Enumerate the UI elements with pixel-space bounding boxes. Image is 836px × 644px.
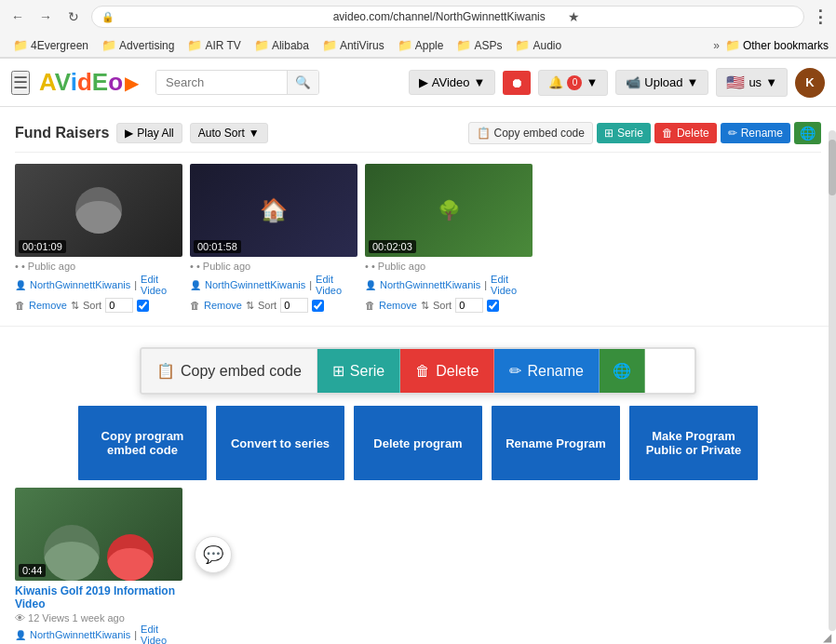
user-icon-3: 👤 bbox=[365, 280, 376, 290]
logo[interactable]: AVidEo ▶ bbox=[39, 68, 139, 97]
scrollbar[interactable] bbox=[829, 130, 836, 631]
upload-button[interactable]: 📹 Upload ▼ bbox=[615, 70, 708, 95]
chat-icon: 💬 bbox=[203, 544, 223, 565]
forward-button[interactable]: → bbox=[35, 7, 56, 27]
lower-video-thumb[interactable]: 0:44 bbox=[15, 488, 182, 581]
lower-video-title[interactable]: Kiwanis Golf 2019 Information Video bbox=[15, 584, 182, 610]
playlist-title: Fund Raisers bbox=[15, 125, 109, 141]
search-input[interactable] bbox=[156, 71, 287, 94]
avideo-dropdown-button[interactable]: ▶ AVideo ▼ bbox=[409, 70, 496, 95]
user-icon-2: 👤 bbox=[190, 280, 201, 290]
copy-embed-label: Copy embed code bbox=[494, 127, 585, 140]
bookmark-audio[interactable]: 📁 Audio bbox=[509, 36, 567, 54]
chat-button[interactable]: 💬 bbox=[195, 536, 232, 573]
check-1[interactable] bbox=[137, 300, 149, 312]
video-thumb-2[interactable]: 🏠 00:01:58 bbox=[190, 164, 357, 257]
star-icon[interactable]: ★ bbox=[568, 9, 794, 24]
lower-video-meta: 👤 NorthGwinnettKiwanis | Edit Video bbox=[15, 624, 182, 644]
resize-handle[interactable]: ◢ bbox=[823, 631, 836, 644]
delete-label: Delete bbox=[677, 127, 709, 140]
back-button[interactable]: ← bbox=[7, 7, 28, 27]
folder-icon: 📁 bbox=[398, 38, 412, 52]
rename-button[interactable]: ✏ Rename bbox=[721, 123, 790, 143]
serie-icon: ⊞ bbox=[604, 127, 614, 140]
video-thumb-3[interactable]: 🌳 00:02:03 bbox=[365, 164, 533, 257]
search-button[interactable]: 🔍 bbox=[287, 71, 318, 94]
lower-user-link[interactable]: NorthGwinnettKiwanis bbox=[30, 629, 130, 640]
folder-icon: 📁 bbox=[515, 38, 530, 52]
sort-label-3: Sort bbox=[433, 300, 452, 311]
bookmark-asps[interactable]: 📁 ASPs bbox=[451, 36, 507, 54]
bookmark-apple[interactable]: 📁 Apple bbox=[392, 36, 450, 54]
video-actions-3: 🗑 Remove ⇅ Sort bbox=[365, 298, 533, 313]
serie-button[interactable]: ⊞ Serie bbox=[597, 123, 651, 143]
sort-input-1[interactable] bbox=[105, 298, 133, 313]
bookmark-advertising[interactable]: 📁 Advertising bbox=[96, 36, 180, 54]
duration-badge-1: 00:01:09 bbox=[19, 240, 66, 253]
large-serie-button[interactable]: ⊞ Serie bbox=[317, 349, 400, 393]
user-link-2[interactable]: NorthGwinnettKiwanis bbox=[205, 279, 305, 290]
remove-link-2[interactable]: Remove bbox=[204, 300, 242, 311]
tooltip-rename-label: Rename Program bbox=[506, 436, 606, 450]
edit-link-1[interactable]: Edit Video bbox=[141, 274, 182, 296]
address-bar[interactable]: 🔒 avideo.com/channel/NorthGwinnettKiwani… bbox=[91, 6, 804, 28]
bookmark-4evergreen[interactable]: 📁 4Evergreen bbox=[7, 36, 94, 54]
pipe-3: | bbox=[484, 279, 487, 290]
edit-link-2[interactable]: Edit Video bbox=[316, 274, 357, 296]
large-delete-icon: 🗑 bbox=[415, 363, 430, 380]
language-button[interactable]: 🇺🇸 us ▼ bbox=[716, 68, 788, 97]
large-delete-button[interactable]: 🗑 Delete bbox=[400, 349, 494, 393]
scrollbar-thumb[interactable] bbox=[829, 140, 836, 195]
large-copy-embed-button[interactable]: 📋 Copy embed code bbox=[142, 349, 317, 393]
check-2[interactable] bbox=[312, 300, 324, 312]
playlist-header-section: Fund Raisers ▶ Play All Auto Sort ▼ 📋 Co… bbox=[0, 107, 836, 327]
bookmarks-bar: 📁 4Evergreen 📁 Advertising 📁 AIR TV 📁 Al… bbox=[0, 34, 836, 58]
bookmarks-more[interactable]: » bbox=[709, 37, 723, 54]
visibility-button[interactable]: 🌐 bbox=[794, 122, 821, 144]
hamburger-button[interactable]: ☰ bbox=[11, 71, 30, 95]
video-meta-2: 👤 NorthGwinnettKiwanis | Edit Video bbox=[190, 274, 357, 296]
bookmark-airtv[interactable]: 📁 AIR TV bbox=[182, 36, 246, 54]
notifications-button[interactable]: 🔔 0 ▼ bbox=[538, 70, 608, 96]
sort-input-3[interactable] bbox=[455, 298, 483, 313]
large-globe-button[interactable]: 🌐 bbox=[600, 349, 645, 393]
play-all-button[interactable]: ▶ Play All bbox=[116, 123, 182, 143]
video-grid-top: 00:01:09 • • Public ago 👤 NorthGwinnettK… bbox=[15, 160, 821, 322]
browser-menu-icon[interactable]: ⋮ bbox=[812, 7, 829, 27]
duration-badge-2: 00:01:58 bbox=[194, 240, 241, 253]
remove-link-3[interactable]: Remove bbox=[379, 300, 417, 311]
lower-section: 0:44 Kiwanis Golf 2019 Information Video… bbox=[0, 480, 836, 644]
reload-button[interactable]: ↻ bbox=[63, 7, 84, 27]
notif-arrow-icon: ▼ bbox=[586, 75, 598, 89]
time-ago: 1 week ago bbox=[73, 612, 125, 624]
remove-link-1[interactable]: Remove bbox=[29, 300, 67, 311]
bell-icon: 🔔 bbox=[548, 75, 563, 89]
record-button[interactable]: ⏺ bbox=[503, 71, 531, 95]
lower-edit-link[interactable]: Edit Video bbox=[141, 624, 182, 644]
bookmark-alibaba[interactable]: 📁 Alibaba bbox=[249, 36, 315, 54]
sort-input-2[interactable] bbox=[280, 298, 308, 313]
check-3[interactable] bbox=[487, 300, 499, 312]
user-link-1[interactable]: NorthGwinnettKiwanis bbox=[30, 279, 130, 290]
delete-button[interactable]: 🗑 Delete bbox=[654, 123, 717, 143]
user-link-3[interactable]: NorthGwinnettKiwanis bbox=[380, 279, 480, 290]
avatar-button[interactable]: K bbox=[795, 68, 825, 98]
tooltip-serie-label: Convert to series bbox=[231, 436, 330, 450]
edit-link-3[interactable]: Edit Video bbox=[491, 274, 533, 296]
playlist-actions: 📋 Copy embed code ⊞ Serie 🗑 Delete ✏ Ren… bbox=[468, 122, 821, 144]
lower-duration-badge: 0:44 bbox=[19, 564, 46, 577]
auto-sort-button[interactable]: Auto Sort ▼ bbox=[190, 123, 268, 143]
search-bar: 🔍 bbox=[155, 70, 319, 95]
large-rename-button[interactable]: ✏ Rename bbox=[494, 349, 599, 393]
play-all-label: Play All bbox=[137, 127, 173, 140]
upload-arrow-icon: ▼ bbox=[687, 75, 699, 89]
video-thumb-1[interactable]: 00:01:09 bbox=[15, 164, 182, 257]
tooltip-row: Copy programembed code Convert to series… bbox=[65, 406, 771, 480]
playlist-header: Fund Raisers ▶ Play All Auto Sort ▼ 📋 Co… bbox=[15, 114, 821, 153]
copy-embed-button[interactable]: 📋 Copy embed code bbox=[468, 122, 593, 144]
lang-label: us bbox=[748, 75, 762, 89]
lower-video-info: Kiwanis Golf 2019 Information Video 👁 12… bbox=[15, 581, 182, 644]
browser-chrome: ← → ↻ 🔒 avideo.com/channel/NorthGwinnett… bbox=[0, 0, 836, 59]
other-bookmarks[interactable]: 📁 Other bookmarks bbox=[725, 38, 829, 52]
bookmark-antivirus[interactable]: 📁 AntiVirus bbox=[317, 36, 390, 54]
